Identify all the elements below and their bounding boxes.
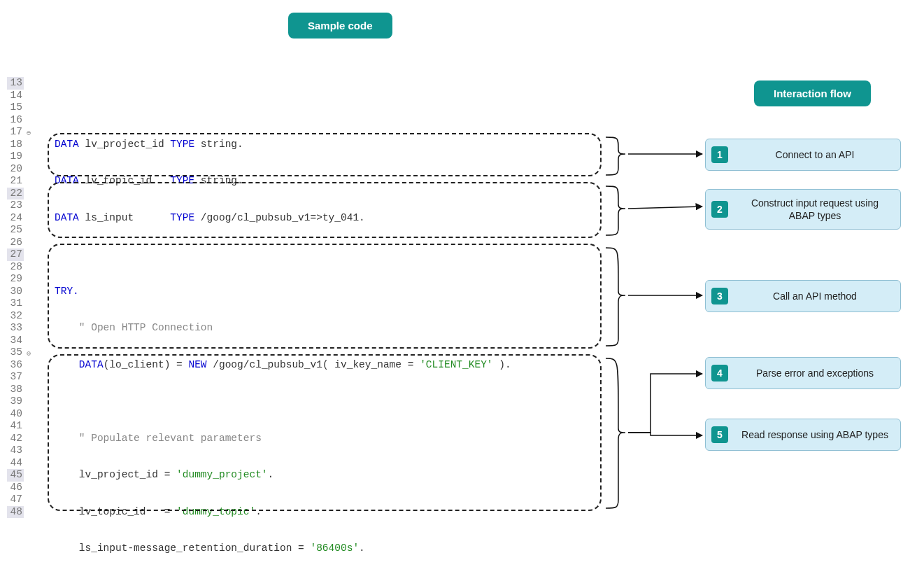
step-text: Connect to an API <box>738 148 892 161</box>
step-card-4: 4 Parse error and exceptions <box>705 357 901 389</box>
line-number: 27 <box>7 248 24 261</box>
line-number: 21 <box>7 175 24 188</box>
line-number: 22 <box>7 188 24 200</box>
step-card-2: 2 Construct input request using ABAP typ… <box>705 189 901 230</box>
line-number: 37 <box>7 371 24 384</box>
line-number: 41 <box>7 420 24 433</box>
code-line: ls_input-message_retention_duration = '8… <box>55 542 535 555</box>
group-box-3 <box>48 244 602 349</box>
line-number: 23 <box>7 200 24 212</box>
code-line <box>55 102 535 114</box>
line-number: 45 <box>7 469 24 482</box>
line-number: 15 <box>7 102 24 114</box>
line-number: 35 <box>7 346 24 359</box>
group-box-4 <box>48 354 602 511</box>
line-number: 42 <box>7 433 24 445</box>
line-number: 19 <box>7 150 24 163</box>
line-number: 30 <box>7 286 24 298</box>
group-box-2 <box>48 182 602 238</box>
group-box-1 <box>48 133 602 176</box>
line-number: 33 <box>7 322 24 335</box>
line-number: 14 <box>7 90 24 102</box>
step-text: Parse error and exceptions <box>738 367 892 379</box>
line-number: 43 <box>7 444 24 457</box>
line-number: 13 <box>7 77 24 90</box>
line-number: 29 <box>7 273 24 286</box>
line-number: 48 <box>7 506 24 519</box>
line-number: 17 <box>7 126 24 139</box>
step-badge: 2 <box>711 201 728 218</box>
line-number: 24 <box>7 212 24 225</box>
step-badge: 4 <box>711 365 728 382</box>
step-text: Call an API method <box>738 290 892 302</box>
line-number: 20 <box>7 163 24 176</box>
step-card-3: 3 Call an API method <box>705 280 901 312</box>
line-number-gutter: 1314151617181920212223242526272829303132… <box>7 77 24 518</box>
svg-line-1 <box>628 206 702 209</box>
step-card-5: 5 Read response using ABAP types <box>705 419 901 451</box>
line-number: 32 <box>7 310 24 323</box>
step-badge: 3 <box>711 288 728 304</box>
line-number: 31 <box>7 298 24 310</box>
sample-code-label: Sample code <box>288 13 392 38</box>
line-number: 36 <box>7 359 24 372</box>
line-number: 46 <box>7 482 24 494</box>
line-number: 25 <box>7 224 24 237</box>
line-number: 16 <box>7 114 24 127</box>
step-text: Construct input request using ABAP types <box>738 197 892 222</box>
line-number: 34 <box>7 335 24 347</box>
line-number: 44 <box>7 457 24 470</box>
line-number: 38 <box>7 384 24 396</box>
interaction-flow-label: Interaction flow <box>754 80 871 106</box>
line-number: 26 <box>7 237 24 249</box>
line-number: 39 <box>7 396 24 408</box>
line-number: 18 <box>7 139 24 151</box>
step-card-1: 1 Connect to an API <box>705 139 901 171</box>
line-number: 28 <box>7 261 24 274</box>
line-number: 40 <box>7 408 24 421</box>
step-badge: 5 <box>711 426 728 443</box>
step-text: Read response using ABAP types <box>738 428 892 441</box>
step-badge: 1 <box>711 146 728 163</box>
line-number: 47 <box>7 493 24 506</box>
